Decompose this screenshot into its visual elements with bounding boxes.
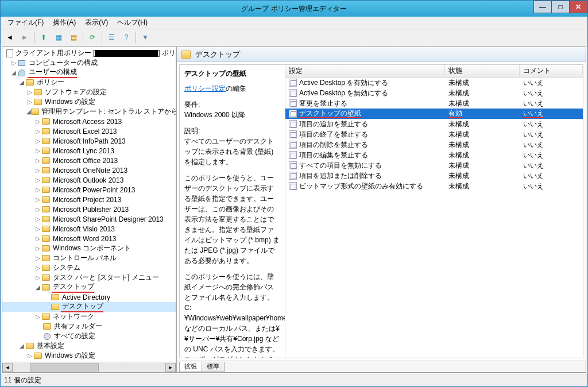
setting-icon	[289, 141, 297, 149]
tree-software[interactable]: ▷ソフトウェアの設定	[2, 87, 176, 97]
menu-help[interactable]: ヘルプ(H)	[113, 17, 152, 29]
setting-icon	[289, 151, 297, 159]
tree-user-config[interactable]: ◢ユーザーの構成	[2, 68, 176, 78]
edit-policy-link[interactable]: ポリシー設定	[184, 84, 226, 92]
menu-file[interactable]: ファイル(F)	[3, 17, 48, 29]
col-state[interactable]: 状態	[445, 65, 520, 77]
col-setting[interactable]: 設定	[285, 65, 445, 77]
show-hide-button[interactable]: ▦	[52, 31, 65, 44]
tree-shared-folder[interactable]: 共有フォルダー	[2, 322, 176, 331]
export-button[interactable]: ▤	[67, 31, 80, 44]
properties-button[interactable]: ☰	[105, 31, 118, 44]
col-comment[interactable]: コメント	[520, 65, 583, 77]
tree-item[interactable]: ▷Microsoft Outlook 2013	[2, 175, 176, 185]
back-button[interactable]: ◄	[3, 31, 17, 44]
tree-item[interactable]: ▷Microsoft Project 2013	[2, 195, 176, 204]
folder-icon	[181, 50, 191, 59]
tree-network[interactable]: ▷ネットワーク	[2, 312, 176, 322]
tree-active-directory[interactable]: Active Directory	[2, 292, 176, 302]
tree-pane: クライアント用ポリシー [] ポリ ▷コンピューターの構成 ◢ユーザーの構成 ◢…	[2, 47, 177, 372]
tree-item[interactable]: ▷タスク バーと [スタート] メニュー	[2, 273, 176, 282]
desc-text-2: このポリシーを使うと、ユーザーのデスクトップに表示する壁紙を指定できます。ユーザ…	[184, 173, 280, 266]
tree-desktop-sub[interactable]: デスクトップ	[2, 302, 176, 312]
setting-icon	[289, 79, 297, 87]
help-button[interactable]: ?	[119, 31, 133, 44]
filter-button[interactable]: ▼	[138, 31, 152, 44]
list-row[interactable]: ビットマップ形式の壁紙のみ有効にする未構成いいえ	[285, 181, 583, 191]
tree-item[interactable]: ▷システム	[2, 263, 176, 273]
menubar: ファイル(F) 操作(A) 表示(V) ヘルプ(H)	[1, 17, 587, 29]
setting-icon	[289, 110, 297, 118]
tree-item[interactable]: ▷Microsoft Word 2013	[2, 234, 176, 243]
setting-icon	[289, 182, 297, 190]
right-pane: デスクトップ デスクトップの壁紙 ポリシー設定の編集 要件: Windows 2…	[177, 47, 586, 372]
desc-text-1: すべてのユーザーのデスクトップに表示される背景 (壁紙) を指定します。	[184, 136, 280, 167]
tree-item[interactable]: ▷Microsoft SharePoint Designer 2013	[2, 214, 176, 224]
menu-action[interactable]: 操作(A)	[48, 17, 80, 29]
tree-item[interactable]: ▷Microsoft PowerPoint 2013	[2, 185, 176, 195]
tree-item[interactable]: ▷Microsoft InfoPath 2013	[2, 136, 176, 146]
close-button[interactable]: ✕	[569, 1, 587, 13]
maximize-button[interactable]: □	[551, 1, 570, 13]
titlebar: グループ ポリシー管理エディター — □ ✕	[1, 1, 587, 17]
tree-policy[interactable]: ◢ポリシー	[2, 78, 176, 87]
tree-root[interactable]: クライアント用ポリシー [] ポリ	[2, 48, 176, 58]
tree-computer-config[interactable]: ▷コンピューターの構成	[2, 58, 176, 68]
tree-all-settings[interactable]: すべての設定	[2, 331, 176, 341]
refresh-button[interactable]: ⟳	[86, 31, 99, 44]
settings-list: 設定 状態 コメント Active Desktop を有効にする未構成いいえAc…	[285, 65, 583, 358]
tree-desktop[interactable]: ◢デスクトップ	[2, 282, 176, 292]
bottom-tabs: 拡張 標準	[177, 361, 586, 372]
app-window: グループ ポリシー管理エディター — □ ✕ ファイル(F) 操作(A) 表示(…	[0, 0, 588, 387]
scroll-right-icon[interactable]: ►	[165, 363, 176, 372]
list-body[interactable]: Active Desktop を有効にする未構成いいえActive Deskto…	[285, 78, 583, 358]
tree-item[interactable]: ▷Microsoft Access 2013	[2, 117, 176, 126]
setting-icon	[289, 161, 297, 169]
tree-item[interactable]: ▷Microsoft Visio 2013	[2, 224, 176, 234]
tree-admin-templates[interactable]: ◢管理用テンプレート: セントラル ストアから取得したポ	[2, 107, 176, 117]
detail-pane: デスクトップの壁紙 ポリシー設定の編集 要件: Windows 2000 以降 …	[180, 65, 285, 358]
setting-icon	[289, 130, 297, 138]
policy-tree[interactable]: クライアント用ポリシー [] ポリ ▷コンピューターの構成 ◢ユーザーの構成 ◢…	[2, 47, 176, 362]
tree-item[interactable]: ▷Microsoft Publisher 2013	[2, 204, 176, 214]
tree-preferences[interactable]: ◢基本設定	[2, 341, 176, 351]
menu-view[interactable]: 表示(V)	[80, 17, 113, 29]
req-label: 要件:	[184, 99, 280, 110]
req-text: Windows 2000 以降	[184, 110, 280, 120]
tree-item[interactable]: ▷Microsoft Excel 2013	[2, 126, 176, 136]
desc-text-3: このポリシーを使うには、壁紙イメージへの完全修飾パスとファイル名を入力します。C…	[184, 272, 280, 358]
up-button[interactable]: ⬆	[37, 31, 51, 44]
tree-item[interactable]: ▷Microsoft OneNote 2013	[2, 165, 176, 175]
tree-pref-windows[interactable]: ▷Windows の設定	[2, 351, 176, 361]
detail-title: デスクトップの壁紙	[184, 68, 280, 79]
tree-windows[interactable]: ▷Windows の設定	[2, 97, 176, 107]
tab-extended[interactable]: 拡張	[179, 362, 202, 372]
window-title: グループ ポリシー管理エディター	[241, 4, 346, 14]
desc-label: 説明:	[184, 126, 280, 136]
setting-icon	[289, 120, 297, 128]
setting-icon	[289, 99, 297, 107]
tree-horizontal-scrollbar[interactable]: ◄ ►	[2, 362, 176, 372]
setting-icon	[289, 89, 297, 97]
toolbar: ◄ ► ⬆ ▦ ▤ ⟳ ☰ ? ▼	[1, 29, 587, 45]
tree-item[interactable]: ▷Microsoft Lync 2013	[2, 146, 176, 156]
scroll-left-icon[interactable]: ◄	[2, 363, 13, 372]
right-header-title: デスクトップ	[195, 49, 240, 60]
content-area: クライアント用ポリシー [] ポリ ▷コンピューターの構成 ◢ユーザーの構成 ◢…	[2, 47, 586, 373]
right-header: デスクトップ	[177, 47, 586, 62]
forward-button[interactable]: ►	[18, 31, 32, 44]
tree-item[interactable]: ▷コントロール パネル	[2, 253, 176, 263]
tab-standard[interactable]: 標準	[202, 362, 225, 372]
status-text: 11 個の設定	[4, 376, 41, 385]
minimize-button[interactable]: —	[533, 1, 552, 13]
setting-icon	[289, 172, 297, 180]
statusbar: 11 個の設定	[1, 374, 587, 386]
tree-item[interactable]: ▷Microsoft Office 2013	[2, 156, 176, 165]
list-header: 設定 状態 コメント	[285, 65, 583, 78]
tree-item[interactable]: ▷Windows コンポーネント	[2, 243, 176, 253]
